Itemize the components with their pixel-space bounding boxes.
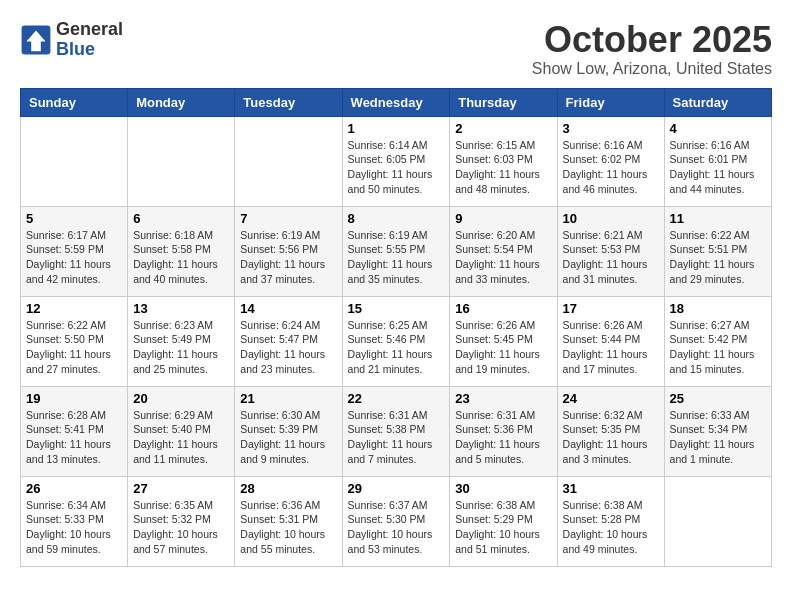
day-info: Sunrise: 6:20 AM Sunset: 5:54 PM Dayligh…	[455, 228, 551, 287]
calendar-title: October 2025	[532, 20, 772, 60]
calendar-cell	[235, 116, 342, 206]
calendar-cell: 28Sunrise: 6:36 AM Sunset: 5:31 PM Dayli…	[235, 476, 342, 566]
weekday-header-wednesday: Wednesday	[342, 88, 450, 116]
calendar-week-2: 5Sunrise: 6:17 AM Sunset: 5:59 PM Daylig…	[21, 206, 772, 296]
calendar-cell: 30Sunrise: 6:38 AM Sunset: 5:29 PM Dayli…	[450, 476, 557, 566]
calendar-cell: 27Sunrise: 6:35 AM Sunset: 5:32 PM Dayli…	[128, 476, 235, 566]
page-header: General Blue October 2025 Show Low, Ariz…	[20, 20, 772, 78]
calendar-cell: 17Sunrise: 6:26 AM Sunset: 5:44 PM Dayli…	[557, 296, 664, 386]
calendar-cell: 9Sunrise: 6:20 AM Sunset: 5:54 PM Daylig…	[450, 206, 557, 296]
weekday-header-sunday: Sunday	[21, 88, 128, 116]
calendar-cell	[128, 116, 235, 206]
day-number: 19	[26, 391, 122, 406]
day-info: Sunrise: 6:18 AM Sunset: 5:58 PM Dayligh…	[133, 228, 229, 287]
day-number: 6	[133, 211, 229, 226]
calendar-cell: 11Sunrise: 6:22 AM Sunset: 5:51 PM Dayli…	[664, 206, 771, 296]
day-number: 30	[455, 481, 551, 496]
logo-icon	[20, 24, 52, 56]
day-info: Sunrise: 6:32 AM Sunset: 5:35 PM Dayligh…	[563, 408, 659, 467]
calendar-cell: 14Sunrise: 6:24 AM Sunset: 5:47 PM Dayli…	[235, 296, 342, 386]
day-info: Sunrise: 6:17 AM Sunset: 5:59 PM Dayligh…	[26, 228, 122, 287]
calendar-cell: 5Sunrise: 6:17 AM Sunset: 5:59 PM Daylig…	[21, 206, 128, 296]
day-info: Sunrise: 6:15 AM Sunset: 6:03 PM Dayligh…	[455, 138, 551, 197]
day-info: Sunrise: 6:23 AM Sunset: 5:49 PM Dayligh…	[133, 318, 229, 377]
calendar-week-5: 26Sunrise: 6:34 AM Sunset: 5:33 PM Dayli…	[21, 476, 772, 566]
day-number: 17	[563, 301, 659, 316]
day-number: 26	[26, 481, 122, 496]
weekday-header-friday: Friday	[557, 88, 664, 116]
day-info: Sunrise: 6:26 AM Sunset: 5:45 PM Dayligh…	[455, 318, 551, 377]
day-number: 31	[563, 481, 659, 496]
day-number: 22	[348, 391, 445, 406]
day-number: 5	[26, 211, 122, 226]
calendar-cell: 7Sunrise: 6:19 AM Sunset: 5:56 PM Daylig…	[235, 206, 342, 296]
day-number: 10	[563, 211, 659, 226]
day-number: 2	[455, 121, 551, 136]
calendar-cell: 19Sunrise: 6:28 AM Sunset: 5:41 PM Dayli…	[21, 386, 128, 476]
day-info: Sunrise: 6:31 AM Sunset: 5:38 PM Dayligh…	[348, 408, 445, 467]
calendar-cell: 10Sunrise: 6:21 AM Sunset: 5:53 PM Dayli…	[557, 206, 664, 296]
calendar-cell: 1Sunrise: 6:14 AM Sunset: 6:05 PM Daylig…	[342, 116, 450, 206]
day-info: Sunrise: 6:19 AM Sunset: 5:56 PM Dayligh…	[240, 228, 336, 287]
logo: General Blue	[20, 20, 123, 60]
day-info: Sunrise: 6:22 AM Sunset: 5:51 PM Dayligh…	[670, 228, 766, 287]
calendar-cell: 12Sunrise: 6:22 AM Sunset: 5:50 PM Dayli…	[21, 296, 128, 386]
day-number: 23	[455, 391, 551, 406]
calendar-cell: 22Sunrise: 6:31 AM Sunset: 5:38 PM Dayli…	[342, 386, 450, 476]
calendar-week-3: 12Sunrise: 6:22 AM Sunset: 5:50 PM Dayli…	[21, 296, 772, 386]
weekday-header-monday: Monday	[128, 88, 235, 116]
calendar-cell	[21, 116, 128, 206]
day-number: 28	[240, 481, 336, 496]
day-info: Sunrise: 6:19 AM Sunset: 5:55 PM Dayligh…	[348, 228, 445, 287]
calendar-cell: 4Sunrise: 6:16 AM Sunset: 6:01 PM Daylig…	[664, 116, 771, 206]
day-number: 4	[670, 121, 766, 136]
day-info: Sunrise: 6:24 AM Sunset: 5:47 PM Dayligh…	[240, 318, 336, 377]
day-info: Sunrise: 6:36 AM Sunset: 5:31 PM Dayligh…	[240, 498, 336, 557]
calendar-cell: 21Sunrise: 6:30 AM Sunset: 5:39 PM Dayli…	[235, 386, 342, 476]
day-number: 27	[133, 481, 229, 496]
day-info: Sunrise: 6:25 AM Sunset: 5:46 PM Dayligh…	[348, 318, 445, 377]
day-info: Sunrise: 6:31 AM Sunset: 5:36 PM Dayligh…	[455, 408, 551, 467]
day-info: Sunrise: 6:14 AM Sunset: 6:05 PM Dayligh…	[348, 138, 445, 197]
day-info: Sunrise: 6:21 AM Sunset: 5:53 PM Dayligh…	[563, 228, 659, 287]
calendar-cell: 8Sunrise: 6:19 AM Sunset: 5:55 PM Daylig…	[342, 206, 450, 296]
calendar-header-row: SundayMondayTuesdayWednesdayThursdayFrid…	[21, 88, 772, 116]
title-block: October 2025 Show Low, Arizona, United S…	[532, 20, 772, 78]
calendar-week-1: 1Sunrise: 6:14 AM Sunset: 6:05 PM Daylig…	[21, 116, 772, 206]
day-number: 16	[455, 301, 551, 316]
weekday-header-tuesday: Tuesday	[235, 88, 342, 116]
day-number: 20	[133, 391, 229, 406]
calendar-cell: 24Sunrise: 6:32 AM Sunset: 5:35 PM Dayli…	[557, 386, 664, 476]
day-number: 18	[670, 301, 766, 316]
day-number: 9	[455, 211, 551, 226]
day-info: Sunrise: 6:16 AM Sunset: 6:01 PM Dayligh…	[670, 138, 766, 197]
calendar-cell: 2Sunrise: 6:15 AM Sunset: 6:03 PM Daylig…	[450, 116, 557, 206]
calendar-cell: 13Sunrise: 6:23 AM Sunset: 5:49 PM Dayli…	[128, 296, 235, 386]
day-info: Sunrise: 6:16 AM Sunset: 6:02 PM Dayligh…	[563, 138, 659, 197]
day-number: 1	[348, 121, 445, 136]
day-info: Sunrise: 6:33 AM Sunset: 5:34 PM Dayligh…	[670, 408, 766, 467]
calendar-cell: 15Sunrise: 6:25 AM Sunset: 5:46 PM Dayli…	[342, 296, 450, 386]
day-info: Sunrise: 6:37 AM Sunset: 5:30 PM Dayligh…	[348, 498, 445, 557]
weekday-header-saturday: Saturday	[664, 88, 771, 116]
day-info: Sunrise: 6:30 AM Sunset: 5:39 PM Dayligh…	[240, 408, 336, 467]
day-info: Sunrise: 6:29 AM Sunset: 5:40 PM Dayligh…	[133, 408, 229, 467]
calendar-cell: 29Sunrise: 6:37 AM Sunset: 5:30 PM Dayli…	[342, 476, 450, 566]
calendar-cell: 3Sunrise: 6:16 AM Sunset: 6:02 PM Daylig…	[557, 116, 664, 206]
logo-text-general: General	[56, 20, 123, 40]
calendar-cell: 26Sunrise: 6:34 AM Sunset: 5:33 PM Dayli…	[21, 476, 128, 566]
day-number: 24	[563, 391, 659, 406]
day-info: Sunrise: 6:26 AM Sunset: 5:44 PM Dayligh…	[563, 318, 659, 377]
day-number: 3	[563, 121, 659, 136]
day-number: 11	[670, 211, 766, 226]
calendar-table: SundayMondayTuesdayWednesdayThursdayFrid…	[20, 88, 772, 567]
day-number: 25	[670, 391, 766, 406]
calendar-cell: 20Sunrise: 6:29 AM Sunset: 5:40 PM Dayli…	[128, 386, 235, 476]
day-info: Sunrise: 6:38 AM Sunset: 5:28 PM Dayligh…	[563, 498, 659, 557]
day-number: 15	[348, 301, 445, 316]
day-number: 12	[26, 301, 122, 316]
day-info: Sunrise: 6:34 AM Sunset: 5:33 PM Dayligh…	[26, 498, 122, 557]
day-info: Sunrise: 6:35 AM Sunset: 5:32 PM Dayligh…	[133, 498, 229, 557]
day-number: 14	[240, 301, 336, 316]
day-info: Sunrise: 6:38 AM Sunset: 5:29 PM Dayligh…	[455, 498, 551, 557]
